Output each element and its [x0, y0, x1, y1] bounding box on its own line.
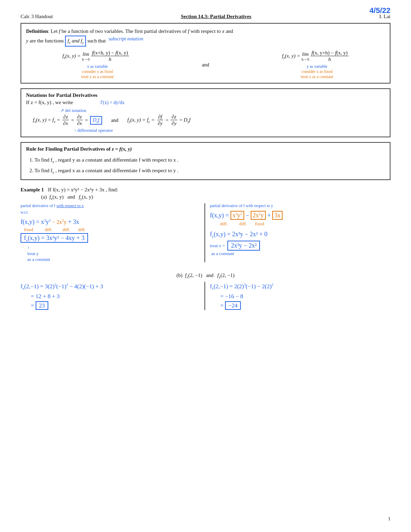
col-left-fx: partial derivative of f with respect to … [21, 203, 205, 262]
arrow-up-left: ↑ [27, 245, 30, 250]
consider-x-fixed-annotation: consider x as fixed [285, 69, 349, 74]
definition-box: Definition: Let f be a function of two v… [21, 23, 390, 84]
fy-result-box: 2x³y − 2x² [227, 241, 260, 251]
rule-box: Rule for Finding Partial Derivatives of … [21, 142, 390, 180]
part-b-left: fx(2,−1) = 3(2)2(−1)2 − 4(2)(−1) + 3 = 1… [21, 282, 205, 310]
diff-label-r1: diff. [220, 221, 228, 227]
rule-list: 1. To find fx , regard y as a constant a… [26, 155, 385, 176]
subscript-annotation: subscript notation [109, 36, 144, 41]
fxa-result-box: 23 [36, 301, 48, 310]
section-title-header: Section 14.3: Partial Derivatives [181, 14, 251, 20]
example1-text: If f(x, y) = x³y² − 2x²y + 3x , find: [48, 187, 118, 193]
fxa-line1: fx(2,−1) = 3(2)2(−1)2 − 4(2)(−1) + 3 [21, 282, 201, 291]
diff-label-r2: diff. [239, 221, 247, 227]
diff-label-3: diff. [78, 227, 86, 232]
treat-y-label: treat y [27, 251, 39, 256]
definition-bold: Definition [26, 28, 48, 34]
fya-line2: = −16 − 8 [220, 292, 390, 301]
part-b-right: fy(2,−1) = 2(2)3(−1) − 2(2)2 = −16 − 8 =… [205, 282, 390, 310]
page-number: 1 [388, 516, 390, 522]
as-constant-label: as a constant [27, 257, 50, 262]
date-stamp: 4/5/22 [370, 6, 390, 15]
fya-result: = −24 [220, 301, 390, 310]
x-as-variable-annotation: x as variable [66, 64, 129, 69]
diff-operator-annotation: ↑ differential operator [74, 128, 113, 133]
as-constant2-label: as a constant [211, 251, 234, 256]
del-notation-annotation: ↗ del notation [60, 108, 86, 113]
fy-limit-formula: fy(x, y) = lim h→0 f(x, y+h) − f(x, y) h… [282, 50, 349, 79]
treat-x-constant-annotation: treat x as a constant [285, 74, 349, 79]
example1-label: Example 1 [21, 187, 44, 193]
notations-title: Notations for Partial Derivatives [26, 92, 385, 98]
example1-two-col: partial derivative of f with respect to … [21, 203, 390, 262]
fixed-label-1: fixed [24, 227, 33, 232]
example1-header: Example 1 If f(x, y) = x³y² − 2x²y + 3x … [21, 187, 390, 193]
fy-function-line: f(x,y) = x3y2 − 2x2y + 3x [210, 211, 390, 220]
fixed-label-r1: fixed [255, 221, 264, 227]
page-header: Calc 3 Handout Section 14.3: Partial Der… [21, 14, 390, 20]
col-right-fy: partial derivative of f with respect to … [205, 203, 390, 262]
fxa-result: = 23 [31, 301, 201, 310]
fx-notation-box: fx and fy [65, 36, 86, 47]
fy-step-line: fy(x,y) = 2x³y − 2x² + 0 [210, 229, 390, 240]
col-right-annotation: partial derivative of f with respect to … [210, 203, 390, 208]
y-as-variable-annotation: y as variable [285, 64, 349, 69]
prime-annotation: f'(x) = dy/dx [100, 100, 124, 105]
rule-item-2: 2. To find fy , regard x as a constant a… [29, 165, 385, 176]
fya-result-box: −24 [225, 301, 241, 310]
part-b-content: fx(2,−1) = 3(2)2(−1)2 − 4(2)(−1) + 3 = 1… [21, 282, 390, 310]
fx-limit-formula: fx(x, y) = lim h→0 f(x+h, y) − f(x, y) h… [62, 50, 129, 79]
fxa-line2: = 12 + 8 + 3 [31, 292, 201, 301]
course-label: Calc 3 Handout [21, 14, 53, 20]
diff-label-1: diff. [45, 227, 52, 232]
treat-x-label: treat x = [210, 243, 225, 249]
definition-text: Definition: Let f be a function of two v… [26, 27, 385, 47]
wpa-label: w.r.t. [21, 210, 201, 215]
part-b-header: (b) fx(2, −1) and fy(2, −1) [21, 273, 390, 279]
Dxf-box: Dxf [90, 116, 102, 125]
rule-title: Rule for Finding Partial Derivatives of … [26, 146, 385, 152]
diff-label-2: diff. [63, 227, 70, 232]
col-left-annotation: partial derivative of f with respect to … [21, 203, 201, 208]
notation-subtitle: If z = f(x, y) , we write [26, 100, 73, 105]
fx-function-line: f(x,y) = x3y2 − 2x2y + 3x [21, 217, 201, 227]
treat-y-constant-annotation: treat y as a constant [66, 74, 129, 79]
notations-box: Notations for Partial Derivatives If z =… [21, 88, 390, 137]
consider-y-fixed-annotation: consider y as fixed [66, 69, 129, 74]
limit-formulas-row: fx(x, y) = lim h→0 f(x+h, y) − f(x, y) h… [26, 50, 385, 79]
fya-line1: fy(2,−1) = 2(2)3(−1) − 2(2)2 [210, 282, 390, 291]
example1-section: Example 1 If f(x, y) = x³y² − 2x²y + 3x … [21, 187, 390, 310]
example1-part-a-label: (a) fx(x, y) and fy(x, y) [41, 194, 390, 201]
fx-result-box: fx(x,y) = 3x²y² − 4xy + 3 [21, 233, 88, 243]
rule-item-1: 1. To find fx , regard y as a constant a… [29, 155, 385, 165]
and-separator-1: and [202, 62, 209, 68]
